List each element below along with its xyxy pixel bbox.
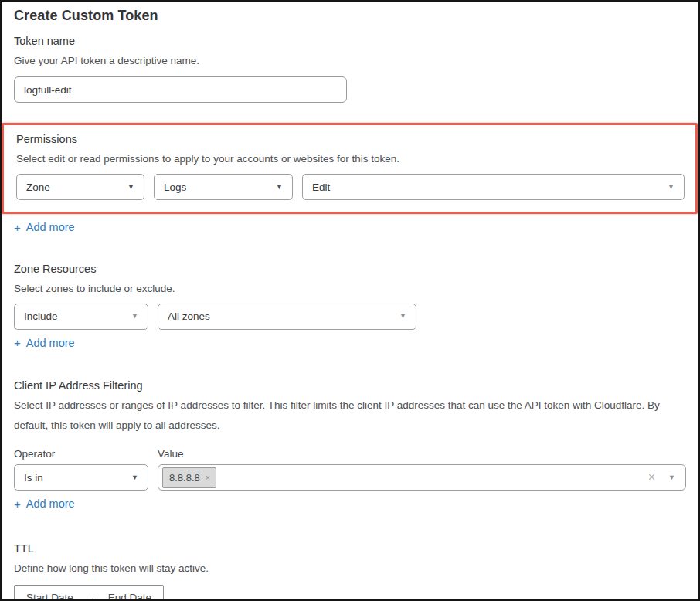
zone-resources-add-more-link[interactable]: + Add more xyxy=(14,337,75,349)
token-name-input[interactable] xyxy=(14,76,347,103)
clear-icon[interactable]: × xyxy=(648,471,655,484)
ttl-label: TTL xyxy=(14,542,686,555)
ttl-section: TTL Define how long this token will stay… xyxy=(2,542,698,601)
plus-icon: + xyxy=(14,498,21,510)
chip-remove-icon[interactable]: × xyxy=(206,474,210,482)
add-more-label: Add more xyxy=(26,497,75,510)
chevron-down-icon: ▼ xyxy=(668,184,675,191)
client-ip-add-more-link[interactable]: + Add more xyxy=(14,497,75,510)
zone-selection-select[interactable]: All zones ▼ xyxy=(158,304,416,330)
arrow-right-icon: → xyxy=(85,591,97,601)
page-title: Create Custom Token xyxy=(14,8,686,24)
permissions-highlight-box: Permissions Select edit or read permissi… xyxy=(2,123,698,214)
permissions-description: Select edit or read permissions to apply… xyxy=(16,149,675,169)
plus-icon: + xyxy=(14,222,21,233)
operator-column-label: Operator xyxy=(14,448,158,460)
client-ip-filtering-section: Client IP Address Filtering Select IP ad… xyxy=(2,379,698,511)
ip-value-combobox[interactable]: 8.8.8.8 × × ▼ xyxy=(158,464,686,491)
permissions-section: Permissions Select edit or read permissi… xyxy=(2,123,698,235)
permissions-row: Zone ▼ Logs ▼ Edit ▼ xyxy=(16,174,685,200)
zone-include-exclude-value: Include xyxy=(24,311,58,322)
client-ip-label: Client IP Address Filtering xyxy=(14,379,686,392)
chevron-down-icon: ▼ xyxy=(131,313,138,320)
permission-scope-value: Zone xyxy=(26,182,50,193)
chevron-down-icon: ▼ xyxy=(276,184,283,191)
token-name-label: Token name xyxy=(14,35,686,47)
permission-category-value: Logs xyxy=(164,182,186,193)
combo-icons: × ▼ xyxy=(648,471,675,484)
zone-resources-label: Zone Resources xyxy=(14,263,686,275)
zone-resources-row: Include ▼ All zones ▼ xyxy=(14,304,686,330)
start-date-label[interactable]: Start Date xyxy=(26,592,73,601)
client-ip-description: Select IP addresses or ranges of IP addr… xyxy=(14,396,678,436)
ip-operator-value: Is in xyxy=(24,472,43,484)
zone-selection-value: All zones xyxy=(168,311,210,322)
ip-tag-chip: 8.8.8.8 × xyxy=(162,467,216,488)
zone-resources-section: Zone Resources Select zones to include o… xyxy=(2,263,698,351)
ttl-date-range-picker[interactable]: Start Date → End Date xyxy=(14,585,164,601)
end-date-label[interactable]: End Date xyxy=(108,592,151,601)
client-ip-column-labels: Operator Value xyxy=(14,448,686,460)
ip-operator-select[interactable]: Is in ▼ xyxy=(14,464,148,491)
plus-icon: + xyxy=(14,337,21,348)
token-name-section: Token name Give your API token a descrip… xyxy=(2,35,698,103)
permission-scope-select[interactable]: Zone ▼ xyxy=(16,174,144,200)
chevron-down-icon: ▼ xyxy=(127,184,134,191)
permission-category-select[interactable]: Logs ▼ xyxy=(154,174,293,200)
permissions-add-more-link[interactable]: + Add more xyxy=(14,221,75,233)
chevron-down-icon: ▼ xyxy=(399,313,406,320)
add-more-label: Add more xyxy=(26,337,75,349)
ttl-description: Define how long this token will stay act… xyxy=(14,559,678,579)
zone-resources-description: Select zones to include or exclude. xyxy=(14,279,678,299)
permission-access-select[interactable]: Edit ▼ xyxy=(302,174,685,200)
chevron-down-icon[interactable]: ▼ xyxy=(668,474,675,481)
create-custom-token-page: Create Custom Token Token name Give your… xyxy=(0,0,700,601)
ip-tag-label: 8.8.8.8 xyxy=(169,472,200,484)
add-more-label: Add more xyxy=(26,221,75,233)
permission-access-value: Edit xyxy=(312,182,330,193)
chevron-down-icon: ▼ xyxy=(131,474,138,481)
token-name-description: Give your API token a descriptive name. xyxy=(14,51,678,71)
zone-include-exclude-select[interactable]: Include ▼ xyxy=(14,304,148,330)
client-ip-row: Is in ▼ 8.8.8.8 × × ▼ xyxy=(14,464,686,491)
value-column-label: Value xyxy=(158,448,184,460)
permissions-label: Permissions xyxy=(16,133,675,145)
